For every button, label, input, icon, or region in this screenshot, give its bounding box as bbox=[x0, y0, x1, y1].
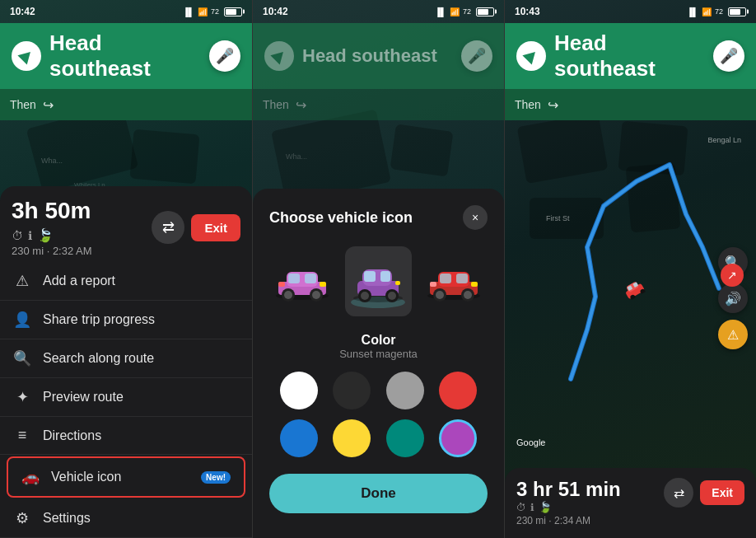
preview-icon: ✦ bbox=[13, 388, 31, 406]
menu-item-preview-route[interactable]: ✦ Preview route bbox=[0, 378, 252, 417]
svg-rect-21 bbox=[395, 281, 400, 285]
info-icon-1: ℹ bbox=[28, 229, 32, 242]
route-options-button-3[interactable]: ⇄ bbox=[664, 478, 693, 508]
color-option-blue[interactable] bbox=[280, 419, 318, 457]
trip-info-1: 3h 50m ⏱ ℹ 🍃 230 mi · 2:32 AM ⇄ Exit bbox=[0, 186, 252, 262]
color-option-purple[interactable] bbox=[439, 419, 477, 457]
vehicle-car-red bbox=[423, 259, 485, 304]
trip-details-3: 230 mi · 2:34 AM bbox=[516, 515, 621, 526]
first-st-label: First St bbox=[546, 214, 570, 222]
time-1: 10:42 bbox=[10, 6, 35, 17]
trip-right-1: ⇄ Exit bbox=[152, 211, 240, 244]
status-bar-3: 10:43 ▐▌ 📶 72 bbox=[505, 0, 756, 23]
then-label-1: Then bbox=[10, 98, 36, 111]
color-option-teal[interactable] bbox=[386, 419, 424, 457]
sound-float-button[interactable]: 🔊 bbox=[718, 283, 748, 313]
mic-button-2[interactable]: 🎤 bbox=[461, 40, 492, 72]
battery-bar-2 bbox=[476, 7, 494, 16]
svg-point-18 bbox=[361, 292, 369, 300]
nav-arrow-2 bbox=[264, 41, 294, 71]
svg-point-8 bbox=[312, 291, 320, 299]
panel-1: Wha... Whilers Ln 10:42 ▐▌ 📶 72 Head sou… bbox=[0, 0, 252, 538]
svg-point-6 bbox=[284, 291, 292, 299]
color-option-white[interactable] bbox=[280, 372, 318, 409]
nav-bar-1: Head southeast 🎤 bbox=[0, 23, 252, 89]
route-options-button-1[interactable]: ⇄ bbox=[152, 211, 184, 244]
done-button[interactable]: Done bbox=[269, 474, 488, 513]
floating-buttons-3: 🔍 🔊 ⚠ bbox=[718, 247, 748, 349]
vehicle-icon: 🚗 bbox=[21, 468, 40, 486]
nav-arrow-3 bbox=[516, 41, 546, 71]
svg-rect-31 bbox=[471, 282, 478, 287]
status-bar-1: 10:42 ▐▌ 📶 72 bbox=[0, 0, 252, 23]
vehicle-option-3[interactable] bbox=[420, 246, 488, 316]
chooser-close-button[interactable]: × bbox=[463, 205, 488, 230]
menu-item-settings[interactable]: ⚙ Settings bbox=[0, 499, 252, 538]
menu-item-search-route[interactable]: 🔍 Search along route bbox=[0, 339, 252, 378]
battery-text-3: 72 bbox=[715, 7, 723, 16]
color-option-yellow[interactable] bbox=[333, 419, 371, 457]
then-arrow-icon-1: ↪ bbox=[43, 97, 54, 113]
mic-icon-1: 🎤 bbox=[216, 47, 234, 65]
time-3: 10:43 bbox=[515, 6, 540, 17]
status-icons-3: ▐▌ 📶 72 bbox=[687, 7, 746, 16]
svg-point-28 bbox=[436, 291, 444, 299]
mic-icon-2: 🎤 bbox=[468, 47, 486, 65]
mic-button-1[interactable]: 🎤 bbox=[209, 40, 240, 72]
menu-item-directions[interactable]: ≡ Directions bbox=[0, 417, 252, 455]
leaf-icon-1: 🍃 bbox=[37, 227, 54, 243]
status-icons-2: ▐▌ 📶 72 bbox=[435, 7, 494, 16]
close-icon: × bbox=[472, 211, 478, 224]
panel-3: Bengal Ln First St ↗ Google 🔍 🔊 bbox=[504, 0, 756, 538]
exit-button-3[interactable]: Exit bbox=[700, 480, 744, 505]
menu-item-add-report[interactable]: ⚠ Add a report bbox=[0, 262, 252, 301]
mic-button-3[interactable]: 🎤 bbox=[713, 40, 744, 72]
then-arrow-icon-2: ↪ bbox=[296, 97, 306, 113]
bottom-panel-3: 3 hr 51 min ⏱ ℹ 🍃 230 mi · 2:34 AM ⇄ Exi… bbox=[505, 468, 756, 538]
mic-icon-3: 🎤 bbox=[720, 47, 738, 65]
menu-item-share-trip[interactable]: 👤 Share trip progress bbox=[0, 301, 252, 339]
nav-bar-3: Head southeast 🎤 bbox=[505, 23, 756, 89]
new-badge: New! bbox=[201, 471, 231, 484]
nav-bar-2: Head southeast 🎤 bbox=[253, 23, 504, 89]
then-label-2: Then bbox=[263, 98, 289, 111]
vehicle-row bbox=[269, 246, 488, 316]
wifi-icon-1: 📶 bbox=[198, 7, 208, 16]
warning-icon: ⚠ bbox=[13, 272, 31, 290]
then-bar-2: Then ↪ bbox=[253, 89, 504, 120]
battery-fill-3 bbox=[730, 9, 740, 15]
battery-fill-2 bbox=[478, 9, 488, 15]
google-label: Google bbox=[516, 437, 545, 447]
svg-rect-15 bbox=[364, 271, 376, 282]
battery-text-2: 72 bbox=[463, 7, 471, 16]
nav-arrow-1 bbox=[12, 41, 41, 71]
share-icon: 👤 bbox=[13, 311, 31, 329]
nav-direction-1: Head southeast bbox=[49, 30, 201, 82]
color-option-red[interactable] bbox=[439, 372, 477, 409]
chooser-header: Choose vehicle icon × bbox=[269, 205, 488, 230]
vehicle-car-pink bbox=[272, 259, 334, 304]
signal-icon-1: ▐▌ bbox=[183, 7, 194, 16]
signal-icon-2: ▐▌ bbox=[435, 7, 446, 16]
vehicle-option-1[interactable] bbox=[269, 246, 337, 316]
nav-direction-3: Head southeast bbox=[554, 30, 705, 82]
menu-item-vehicle-icon[interactable]: 🚗 Vehicle icon New! bbox=[7, 456, 245, 498]
battery-text-1: 72 bbox=[211, 7, 219, 16]
trip-left-1: 3h 50m ⏱ ℹ 🍃 230 mi · 2:32 AM bbox=[12, 198, 92, 257]
color-option-black[interactable] bbox=[333, 372, 371, 409]
status-bar-2: 10:42 ▐▌ 📶 72 bbox=[253, 0, 504, 23]
chooser-title: Choose vehicle icon bbox=[269, 209, 413, 227]
trip-details-1: 230 mi · 2:32 AM bbox=[12, 245, 92, 257]
color-subtitle: Sunset magenta bbox=[269, 348, 488, 360]
exit-button-1[interactable]: Exit bbox=[191, 214, 240, 241]
leaf-icon-3: 🍃 bbox=[539, 501, 552, 513]
vehicle-option-2[interactable] bbox=[345, 246, 413, 316]
color-option-gray[interactable] bbox=[386, 372, 424, 409]
svg-rect-9 bbox=[320, 282, 326, 287]
info-icon-3: ℹ bbox=[530, 502, 534, 513]
svg-rect-4 bbox=[305, 274, 316, 283]
trip-duration-1: 3h 50m bbox=[12, 198, 92, 224]
signal-icon-3: ▐▌ bbox=[687, 7, 698, 16]
status-icons-1: ▐▌ 📶 72 bbox=[183, 7, 242, 16]
warning-float-button[interactable]: ⚠ bbox=[718, 320, 748, 349]
